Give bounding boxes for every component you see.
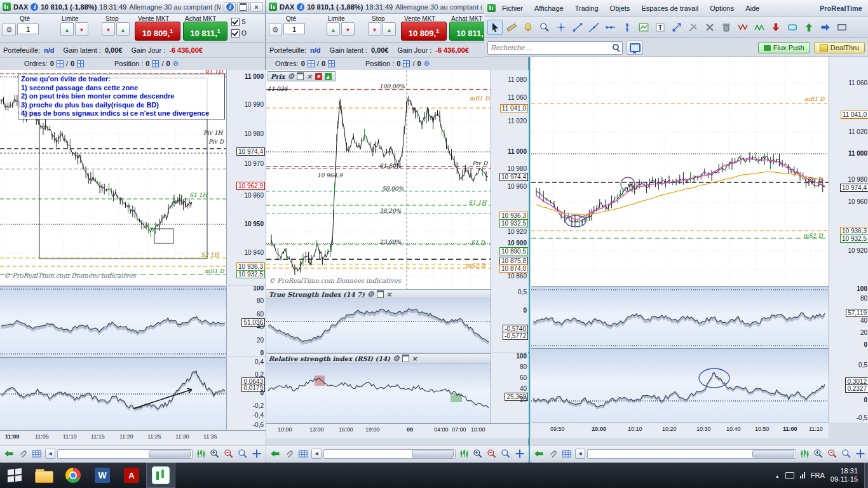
taskbar-prorealtime[interactable] xyxy=(146,463,175,488)
window-icon[interactable] xyxy=(297,72,304,80)
right-price-chart[interactable]: mR1 DPiv DmS1 D xyxy=(531,57,829,286)
table-tool[interactable] xyxy=(31,447,43,460)
info-icon[interactable] xyxy=(297,3,304,11)
zoom-out-tool[interactable] xyxy=(222,447,235,460)
menu-options[interactable]: Options xyxy=(705,3,739,13)
line-tool[interactable] xyxy=(587,20,602,35)
middle-price-chart[interactable]: Prix © ProRealTime.com Données indicativ… xyxy=(266,70,491,289)
scroll-left-button[interactable] xyxy=(45,449,55,459)
orders-history-icon[interactable] xyxy=(77,60,84,67)
buy-limit-button[interactable] xyxy=(60,22,74,36)
left-price-axis[interactable]: 11 00010 99010 98010 974,410 97010 962,9… xyxy=(226,70,266,285)
tray-expand-icon[interactable] xyxy=(775,471,780,479)
show-desktop-strip[interactable] xyxy=(864,463,868,488)
qty-input[interactable] xyxy=(17,24,39,34)
stop-checkbox[interactable]: S xyxy=(231,18,246,26)
point-tool[interactable] xyxy=(553,20,569,35)
buy-stop-button[interactable] xyxy=(116,22,130,36)
scrollbar-thumb[interactable] xyxy=(752,451,794,458)
taskbar-word[interactable] xyxy=(88,463,117,488)
chart-tool[interactable] xyxy=(636,20,651,35)
rsi-pane-header[interactable]: Relative strength index (RSI) (14) xyxy=(266,353,491,363)
pattern-down-tool[interactable] xyxy=(735,20,750,35)
text-tool[interactable]: T xyxy=(653,20,668,35)
buy-market-button[interactable]: 10 811,1 xyxy=(449,22,484,41)
segment-tool[interactable] xyxy=(570,20,585,35)
wrench-icon[interactable] xyxy=(288,72,295,80)
expand-tool[interactable] xyxy=(250,447,263,460)
taskbar-chrome[interactable] xyxy=(58,463,88,488)
oco-checkbox[interactable]: O xyxy=(231,29,247,37)
position-settings-icon[interactable] xyxy=(424,60,430,68)
wrench-icon[interactable] xyxy=(367,290,374,298)
close-icon[interactable] xyxy=(386,291,392,298)
start-button[interactable] xyxy=(0,463,29,488)
menu-espaces-de-travail[interactable]: Espaces de travail xyxy=(636,3,703,13)
left-indicator2-plot[interactable] xyxy=(0,357,226,430)
right-indicator2-axis[interactable]: 0,50,30120,23270-0,5 xyxy=(829,348,868,423)
middle-titlebar[interactable]: DAX 10 810,1 (-1,88%) 18:31:49 Allemagne… xyxy=(266,0,484,14)
search-box[interactable] xyxy=(487,41,623,55)
search-input[interactable] xyxy=(490,43,613,52)
orders-list-icon[interactable] xyxy=(57,60,64,67)
tsi-pane-header[interactable]: True Strength Index (14 7) xyxy=(266,289,491,299)
order-settings-button[interactable] xyxy=(269,23,282,36)
close-button[interactable] xyxy=(250,2,262,12)
zoom-tool[interactable] xyxy=(537,20,552,35)
sell-market-button[interactable]: 10 809,1 xyxy=(135,22,180,41)
qty-input[interactable] xyxy=(283,24,305,34)
sell-limit-button[interactable] xyxy=(75,22,88,36)
right-price-axis[interactable]: 11 06011 041,011 02011 00010 98010 974,4… xyxy=(829,57,868,286)
menu-fichier[interactable]: Fichier xyxy=(497,3,528,13)
price-pane-header[interactable]: Prix xyxy=(268,71,336,81)
window-icon[interactable] xyxy=(377,290,384,298)
chart-scrollbar[interactable] xyxy=(323,449,456,459)
left-time-axis[interactable]: 11:0011:0511:1011:1511:2011:2511:3011:35 xyxy=(0,430,266,445)
magnifier-tool[interactable] xyxy=(840,447,853,460)
search-icon[interactable] xyxy=(613,44,620,51)
sell-stop-button[interactable] xyxy=(102,22,115,36)
left-indicator2-axis[interactable]: 0,40,20,06430,01790-0,2-0,4-0,6 xyxy=(226,357,266,430)
buy-limit-button[interactable] xyxy=(327,22,340,36)
left-indicator1-plot[interactable] xyxy=(0,286,226,356)
left-indicator1-axis[interactable]: 100806051,03640200 xyxy=(226,286,266,356)
right-indicator1-axis[interactable]: 1008057,11940200 xyxy=(829,286,868,348)
pattern-up-tool[interactable] xyxy=(752,20,767,35)
portfolio-value[interactable]: n/d xyxy=(310,46,321,54)
magnifier-tool[interactable] xyxy=(499,447,512,460)
tsi-plot[interactable] xyxy=(266,300,491,352)
arrow-down-tool[interactable] xyxy=(768,20,783,35)
candles-tool[interactable] xyxy=(798,447,811,460)
back-tool[interactable] xyxy=(269,447,281,460)
back-tool[interactable] xyxy=(532,447,545,460)
zoom-out-tool[interactable] xyxy=(485,447,498,460)
loop-tool[interactable] xyxy=(785,20,800,35)
position-list-icon[interactable] xyxy=(403,60,410,67)
close-icon[interactable] xyxy=(412,355,417,362)
trade-zone-annotation[interactable]: Zone qu'on évite de trader: 1) second pa… xyxy=(18,74,225,119)
vline-tool[interactable] xyxy=(620,20,635,35)
scroll-left-button[interactable] xyxy=(311,449,322,459)
right-indicator1-plot[interactable] xyxy=(531,286,829,348)
info-icon[interactable] xyxy=(31,3,38,11)
chart-scrollbar[interactable] xyxy=(587,449,796,459)
flux-push-button[interactable]: Flux Push xyxy=(758,42,810,53)
chart-scrollbar[interactable] xyxy=(57,449,193,459)
middle-price-axis[interactable]: 11 08011 06011 041,011 02011 00010 98010… xyxy=(491,70,529,289)
buy-market-button[interactable]: 10 811,1 xyxy=(183,22,227,41)
expand-tool[interactable] xyxy=(513,447,526,460)
buy-shortcut-icon[interactable] xyxy=(325,73,332,80)
screen-share-button[interactable] xyxy=(627,41,643,55)
tsi-axis[interactable]: 0,50-0,5740-0,5772 xyxy=(491,289,529,352)
orders-list-icon[interactable] xyxy=(308,60,315,67)
taskbar-clock[interactable]: 18:31 09-11-15 xyxy=(831,467,858,484)
ruler-tool[interactable] xyxy=(504,20,519,35)
bell-tool[interactable] xyxy=(520,20,536,35)
rsi-axis[interactable]: 10080604025,36920 xyxy=(491,353,529,423)
magnifier-tool[interactable] xyxy=(236,447,249,460)
menu-affichage[interactable]: Affichage xyxy=(529,3,569,13)
candles-tool[interactable] xyxy=(458,447,470,460)
sell-market-button[interactable]: 10 809,1 xyxy=(401,22,447,41)
rect-tool[interactable] xyxy=(834,20,850,35)
zoom-in-tool[interactable] xyxy=(471,447,484,460)
